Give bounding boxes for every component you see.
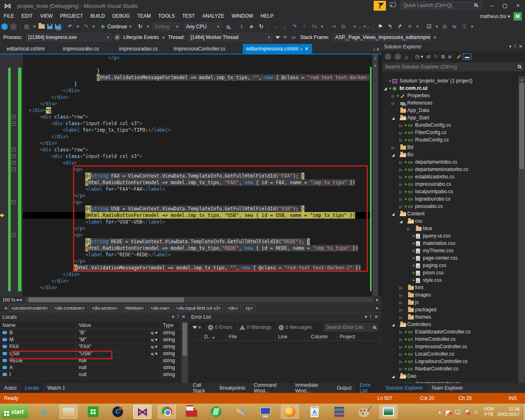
menu-analyze[interactable]: ANALYZE [199,11,228,21]
tree-item[interactable]: ▷+C#NavbarController.cs [399,365,458,372]
tree-item[interactable]: ▷+C#logradourobo.cs [399,195,450,203]
tree-item[interactable]: ▷+C#HomeController.cs [399,336,456,343]
next-bookmark-icon[interactable]: ↱ [396,23,404,30]
tree-item[interactable]: ▷images [399,291,431,299]
taskbar-photos-icon[interactable] [379,405,397,419]
tree-item[interactable]: ◢Controllers [392,321,431,328]
navigate-backward-code-icon[interactable]: ⇥ [330,23,337,30]
collapsed-arrow-icon[interactable]: ▷ [399,159,404,166]
taskbar-explorer-icon[interactable] [59,405,78,419]
code-line[interactable]: </div> [23,284,370,291]
se-search-input[interactable]: Search Solution Explorer (Ctrl+ç) [382,62,524,71]
restore-button[interactable]: ▢ [500,2,510,10]
breadcrumb-item[interactable]: <div.row> [148,305,172,311]
editor-tab[interactable]: editarlocal.cshtml [3,44,48,54]
tree-item[interactable]: ◢Dao [392,372,416,380]
breadcrumb-item[interactable]: <section#content> [9,305,50,311]
tree-item[interactable]: ▷+C#pessoabo.cs [399,203,443,210]
taskbar-toolbox-icon[interactable] [183,405,201,419]
collapsed-arrow-icon[interactable]: ▷ [399,365,404,373]
tree-item[interactable]: ▷+C#RouteConfig.cs [399,136,449,144]
taskbar-computer-icon[interactable] [256,405,274,419]
locals-column-header[interactable]: Name [0,322,76,329]
error-column-header[interactable]: Line [276,333,308,340]
tree-item[interactable]: +materialize.css [407,240,455,247]
collapsed-arrow-icon[interactable]: ▷ [399,284,404,292]
warnings-toggle[interactable]: 0 Warnings [240,324,272,330]
taskbar-wordpad-icon[interactable] [306,405,324,419]
find-icon[interactable] [224,23,232,30]
preview-selected-icon[interactable]: ▬ [463,53,471,60]
menu-team[interactable]: TEAM [133,11,154,21]
task-list-icon[interactable]: ☑ [425,23,433,30]
close-button[interactable]: × [513,2,523,10]
taskbar-winrar-icon[interactable] [330,405,348,419]
show-next-statement-icon[interactable]: → [271,23,278,30]
toggle-icon[interactable]: ⇆ [451,23,458,30]
tree-item[interactable]: +prism.css [407,269,444,276]
expanded-arrow-icon[interactable]: ◢ [392,210,397,218]
search-icon[interactable] [474,3,477,7]
lock-icon[interactable]: ⚿ [461,23,468,30]
locals-column-header[interactable]: Type [160,322,181,329]
code-line[interactable]: </p> [23,55,370,61]
tree-item[interactable]: App_Data [392,107,429,114]
editor-tab[interactable]: ImpressoraController.cs [170,44,229,54]
tray-clock[interactable]: 11:3820/01/2017 [497,406,520,417]
zoom-level-dropdown[interactable]: 100 % ▾ [0,297,19,303]
taskbar-comodo-icon[interactable] [109,405,127,419]
scroll-up-icon[interactable]: ▲ [372,64,378,67]
filter-icon[interactable] [275,36,280,39]
pending-changes-filter-icon[interactable]: ◷ ▾ [415,54,423,59]
outdent-icon[interactable]: ≡← [363,23,370,30]
pause-icon[interactable]: ‖ [238,23,245,30]
tree-item[interactable]: ◢+⊕br.com.rc.ui [384,84,427,92]
editor-vertical-scrollbar[interactable] [372,55,378,296]
breadcrumb-item[interactable]: <fieldset> [122,305,146,311]
tray-flag-icon[interactable]: x [447,410,450,414]
menu-window[interactable]: WINDOW [228,11,257,21]
tree-item[interactable]: ▷+C#localpvmtpabo.cs [399,188,453,195]
tree-item[interactable]: ▷+C#estabilizadorbo.cs [399,173,454,180]
error-list-title[interactable]: Error List ▾ ⊺ ✕ [189,313,381,322]
tree-item[interactable]: +paging.css [407,262,446,269]
panel-tab[interactable]: Breakpoints [215,383,249,393]
new-file-icon[interactable]: ▤ [23,23,30,30]
collapsed-arrow-icon[interactable]: ▷ [399,336,404,343]
panel-controls[interactable]: ▾ ⊺ ✕ [509,44,523,49]
collapsed-arrow-icon[interactable]: ▷ [392,100,397,107]
code-line[interactable]: </div> [23,133,370,140]
restart-icon[interactable]: ↻ [137,23,144,30]
tree-item[interactable]: +Solution 'projeto_teste' (1 project) [384,77,472,84]
tree-item[interactable]: ▷+Properties [392,92,430,99]
collapsed-arrow-icon[interactable]: ▷ [392,144,397,151]
fold-toggle-icon[interactable] [11,233,16,237]
tab-close-icon[interactable]: ✕ [304,46,308,52]
splitter-grip-icon[interactable]: ↕ [372,55,378,60]
platform-dropdown[interactable]: Any CPU▾ [184,23,221,31]
panel-controls[interactable]: ▾ ⊺ ✕ [172,314,185,320]
editor-tab[interactable]: impressoradao.cs [116,44,161,54]
error-column-header[interactable] [195,333,202,340]
process-dropdown[interactable]: [11364] iisexpress.exe▾ [26,33,111,41]
code-line[interactable]: </div> [23,271,370,278]
code-line[interactable]: </div> [23,278,370,284]
menu-file[interactable]: FILE [0,11,18,21]
tab-overflow-icon[interactable]: « ▾ [373,47,379,52]
bookmark-icon[interactable]: ⚑ [377,23,384,30]
errors-toggle[interactable]: ×0 Errors [208,324,233,330]
fold-toggle-icon[interactable] [11,167,16,171]
code-line[interactable] [23,61,370,68]
code-line[interactable]: <label for="imp_tx_tipo">TIPO:</label> [23,127,370,133]
collapsed-arrow-icon[interactable]: ▷ [399,173,404,181]
menu-build[interactable]: BUILD [87,11,108,21]
code-line[interactable]: </div> [23,94,370,100]
collapsed-arrow-icon[interactable]: ▷ [399,188,404,196]
home-icon[interactable]: ⌂ [404,53,408,60]
tray-network-icon[interactable] [455,410,460,414]
menu-view[interactable]: VIEW [37,11,57,21]
tree-item[interactable]: ◢Content [392,210,425,217]
taskbar-paint-icon[interactable] [355,405,373,419]
code-line[interactable]: @Html.ValidationMessageFor(model => mode… [23,74,370,81]
fold-toggle-icon[interactable] [11,161,16,165]
